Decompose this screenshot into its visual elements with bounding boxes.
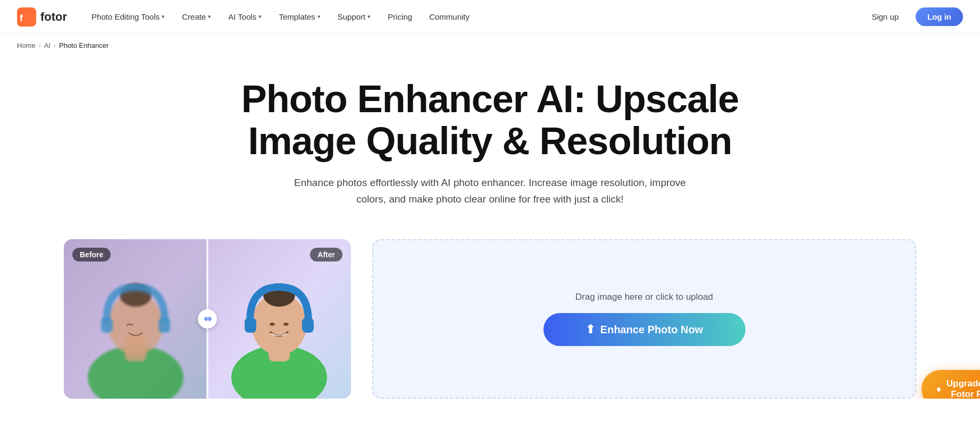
hero-title: Photo Enhancer AI: Upscale Image Quality… <box>224 78 756 162</box>
upgrade-to-pro-button[interactable]: ♦ Upgrade ToFotor Pro <box>922 370 980 399</box>
signup-button[interactable]: Sign up <box>861 8 909 26</box>
svg-rect-14 <box>245 318 256 333</box>
nav-item-photo-editing-tools[interactable]: Photo Editing Tools ▾ <box>84 8 172 26</box>
breadcrumb-separator: › <box>39 42 41 49</box>
svg-rect-8 <box>158 318 170 333</box>
left-right-arrows-icon: ⇔ <box>204 313 212 325</box>
hero-subtitle: Enhance photos effortlessly with AI phot… <box>291 175 690 207</box>
chevron-down-icon: ▾ <box>162 13 165 20</box>
enhance-button-label: Enhance Photo Now <box>600 324 703 336</box>
svg-point-16 <box>270 323 275 326</box>
nav-right: Sign up Log in <box>861 7 963 26</box>
enhance-photo-button[interactable]: ⬆ Enhance Photo Now <box>543 313 746 346</box>
navbar: f fotor Photo Editing Tools ▾ Create ▾ A… <box>0 0 980 34</box>
nav-links: Photo Editing Tools ▾ Create ▾ AI Tools … <box>84 8 861 26</box>
nav-item-create[interactable]: Create ▾ <box>174 8 219 26</box>
upgrade-button-label: Upgrade ToFotor Pro <box>947 378 980 399</box>
breadcrumb-current: Photo Enhancer <box>59 41 108 49</box>
main-content: Before After <box>0 239 980 399</box>
breadcrumb-home[interactable]: Home <box>17 41 36 49</box>
nav-item-pricing[interactable]: Pricing <box>380 8 420 26</box>
upload-drag-text: Drag image here or click to upload <box>575 292 713 302</box>
diamond-icon: ♦ <box>936 384 941 395</box>
chevron-down-icon: ▾ <box>208 13 211 20</box>
svg-text:f: f <box>20 13 23 23</box>
svg-rect-7 <box>101 318 113 333</box>
breadcrumb-ai[interactable]: AI <box>44 41 51 49</box>
before-half <box>64 239 207 399</box>
before-after-image[interactable]: Before After <box>64 239 351 399</box>
logo-text: fotor <box>40 10 67 24</box>
svg-point-17 <box>283 323 289 326</box>
hero-section: Photo Enhancer AI: Upscale Image Quality… <box>0 57 980 239</box>
after-half <box>207 239 351 399</box>
upgrade-button-wrapper: ♦ Upgrade ToFotor Pro <box>922 370 980 399</box>
image-divider-handle[interactable]: ⇔ <box>198 309 217 328</box>
chevron-down-icon: ▾ <box>317 13 321 20</box>
upload-panel[interactable]: Drag image here or click to upload ⬆ Enh… <box>372 239 916 399</box>
nav-item-support[interactable]: Support ▾ <box>330 8 379 26</box>
nav-item-templates[interactable]: Templates ▾ <box>271 8 328 26</box>
before-label: Before <box>72 248 111 262</box>
chevron-down-icon: ▾ <box>367 13 371 20</box>
nav-item-ai-tools[interactable]: AI Tools ▾ <box>221 8 269 26</box>
upload-icon: ⬆ <box>585 323 595 336</box>
login-button[interactable]: Log in <box>916 7 963 26</box>
breadcrumb-separator: › <box>54 42 56 49</box>
fotor-logo-icon: f <box>17 7 36 27</box>
after-label: After <box>310 248 342 262</box>
chevron-down-icon: ▾ <box>258 13 262 20</box>
nav-item-community[interactable]: Community <box>422 8 477 26</box>
logo[interactable]: f fotor <box>17 7 67 27</box>
breadcrumb: Home › AI › Photo Enhancer <box>0 34 980 57</box>
image-split: ⇔ <box>64 239 351 399</box>
svg-rect-15 <box>302 318 314 333</box>
